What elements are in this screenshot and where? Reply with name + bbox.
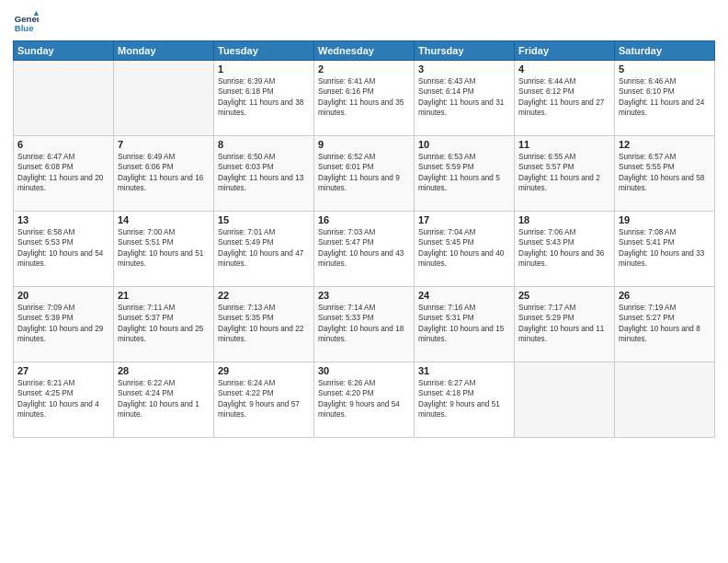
day-info: Sunrise: 6:27 AMSunset: 4:18 PMDaylight:… [418,378,510,420]
day-info: Sunrise: 7:14 AMSunset: 5:33 PMDaylight:… [318,303,410,345]
calendar-cell: 14Sunrise: 7:00 AMSunset: 5:51 PMDayligh… [114,212,214,287]
day-number: 4 [518,63,610,75]
calendar-cell: 9Sunrise: 6:52 AMSunset: 6:01 PMDaylight… [314,136,415,212]
day-info: Sunrise: 6:39 AMSunset: 6:18 PMDaylight:… [218,76,310,119]
day-number: 12 [619,139,711,150]
day-number: 17 [418,214,510,225]
calendar-cell: 11Sunrise: 6:55 AMSunset: 5:57 PMDayligh… [515,136,615,212]
day-number: 22 [218,290,310,301]
day-info: Sunrise: 6:22 AMSunset: 4:24 PMDaylight:… [118,378,210,420]
calendar-cell: 3Sunrise: 6:43 AMSunset: 6:14 PMDaylight… [415,61,515,136]
calendar-weekday-header: Wednesday [314,41,415,61]
day-info: Sunrise: 7:06 AMSunset: 5:43 PMDaylight:… [518,227,610,270]
day-info: Sunrise: 6:44 AMSunset: 6:12 PMDaylight:… [518,76,610,119]
calendar-weekday-header: Friday [515,41,615,61]
day-info: Sunrise: 6:21 AMSunset: 4:25 PMDaylight:… [17,378,109,420]
calendar-cell: 23Sunrise: 7:14 AMSunset: 5:33 PMDayligh… [314,287,415,362]
calendar-week-row: 27Sunrise: 6:21 AMSunset: 4:25 PMDayligh… [14,362,715,438]
calendar-cell: 30Sunrise: 6:26 AMSunset: 4:20 PMDayligh… [314,362,415,438]
day-info: Sunrise: 6:50 AMSunset: 6:03 PMDaylight:… [218,152,310,194]
day-info: Sunrise: 6:58 AMSunset: 5:53 PMDaylight:… [17,227,109,270]
calendar-cell: 7Sunrise: 6:49 AMSunset: 6:06 PMDaylight… [114,136,214,212]
day-number: 25 [518,290,610,301]
day-number: 19 [619,214,711,225]
day-number: 31 [418,365,510,376]
day-info: Sunrise: 6:57 AMSunset: 5:55 PMDaylight:… [619,152,711,194]
day-number: 14 [118,214,210,225]
calendar-cell: 29Sunrise: 6:24 AMSunset: 4:22 PMDayligh… [214,362,314,438]
day-info: Sunrise: 6:53 AMSunset: 5:59 PMDaylight:… [418,152,510,194]
calendar-cell: 5Sunrise: 6:46 AMSunset: 6:10 PMDaylight… [615,61,715,136]
day-info: Sunrise: 6:55 AMSunset: 5:57 PMDaylight:… [518,152,610,194]
calendar-week-row: 13Sunrise: 6:58 AMSunset: 5:53 PMDayligh… [14,212,715,287]
day-number: 13 [17,214,109,225]
calendar-cell [114,61,214,136]
calendar-cell: 8Sunrise: 6:50 AMSunset: 6:03 PMDaylight… [214,136,314,212]
day-info: Sunrise: 6:52 AMSunset: 6:01 PMDaylight:… [318,152,410,194]
day-number: 2 [318,63,410,75]
day-info: Sunrise: 7:08 AMSunset: 5:41 PMDaylight:… [619,227,711,270]
day-number: 8 [218,139,310,150]
calendar-week-row: 20Sunrise: 7:09 AMSunset: 5:39 PMDayligh… [14,287,715,362]
day-info: Sunrise: 7:19 AMSunset: 5:27 PMDaylight:… [619,303,711,345]
calendar-weekday-header: Thursday [415,41,515,61]
svg-text:Blue: Blue [15,23,34,33]
day-info: Sunrise: 7:11 AMSunset: 5:37 PMDaylight:… [118,303,210,345]
day-number: 9 [318,139,410,150]
calendar-cell: 13Sunrise: 6:58 AMSunset: 5:53 PMDayligh… [14,212,114,287]
day-number: 15 [218,214,310,225]
day-number: 23 [318,290,410,301]
day-number: 29 [218,365,310,376]
calendar-cell: 10Sunrise: 6:53 AMSunset: 5:59 PMDayligh… [415,136,515,212]
calendar-cell: 25Sunrise: 7:17 AMSunset: 5:29 PMDayligh… [515,287,615,362]
calendar-weekday-header: Saturday [615,41,715,61]
calendar-weekday-header: Sunday [14,41,114,61]
calendar-cell: 27Sunrise: 6:21 AMSunset: 4:25 PMDayligh… [14,362,114,438]
day-info: Sunrise: 6:43 AMSunset: 6:14 PMDaylight:… [418,76,510,119]
day-number: 27 [17,365,109,376]
day-number: 16 [318,214,410,225]
day-number: 7 [118,139,210,150]
day-number: 10 [418,139,510,150]
calendar-cell: 4Sunrise: 6:44 AMSunset: 6:12 PMDaylight… [515,61,615,136]
day-info: Sunrise: 7:09 AMSunset: 5:39 PMDaylight:… [17,303,109,345]
day-info: Sunrise: 6:49 AMSunset: 6:06 PMDaylight:… [118,152,210,194]
calendar-cell: 19Sunrise: 7:08 AMSunset: 5:41 PMDayligh… [615,212,715,287]
calendar-page: General Blue SundayMondayTuesdayWednesda… [0,0,728,563]
header: General Blue [13,9,715,35]
calendar-cell: 20Sunrise: 7:09 AMSunset: 5:39 PMDayligh… [14,287,114,362]
calendar-cell [615,362,715,438]
day-info: Sunrise: 6:41 AMSunset: 6:16 PMDaylight:… [318,76,410,119]
logo: General Blue [13,9,42,35]
day-number: 21 [118,290,210,301]
day-number: 5 [619,63,711,75]
calendar-cell: 22Sunrise: 7:13 AMSunset: 5:35 PMDayligh… [214,287,314,362]
day-info: Sunrise: 7:03 AMSunset: 5:47 PMDaylight:… [318,227,410,270]
day-info: Sunrise: 7:04 AMSunset: 5:45 PMDaylight:… [418,227,510,270]
calendar-cell: 17Sunrise: 7:04 AMSunset: 5:45 PMDayligh… [415,212,515,287]
calendar-cell: 26Sunrise: 7:19 AMSunset: 5:27 PMDayligh… [615,287,715,362]
calendar-cell: 16Sunrise: 7:03 AMSunset: 5:47 PMDayligh… [314,212,415,287]
day-number: 30 [318,365,410,376]
calendar-cell: 15Sunrise: 7:01 AMSunset: 5:49 PMDayligh… [214,212,314,287]
logo-icon: General Blue [13,9,39,35]
day-number: 3 [418,63,510,75]
calendar-cell: 2Sunrise: 6:41 AMSunset: 6:16 PMDaylight… [314,61,415,136]
day-number: 18 [518,214,610,225]
calendar-header-row: SundayMondayTuesdayWednesdayThursdayFrid… [14,41,715,61]
day-info: Sunrise: 7:16 AMSunset: 5:31 PMDaylight:… [418,303,510,345]
day-info: Sunrise: 6:24 AMSunset: 4:22 PMDaylight:… [218,378,310,420]
day-number: 28 [118,365,210,376]
calendar-cell: 24Sunrise: 7:16 AMSunset: 5:31 PMDayligh… [415,287,515,362]
calendar-table: SundayMondayTuesdayWednesdayThursdayFrid… [13,40,715,438]
day-info: Sunrise: 7:00 AMSunset: 5:51 PMDaylight:… [118,227,210,270]
calendar-cell: 12Sunrise: 6:57 AMSunset: 5:55 PMDayligh… [615,136,715,212]
calendar-cell [515,362,615,438]
calendar-weekday-header: Monday [114,41,214,61]
day-number: 6 [17,139,109,150]
calendar-cell: 1Sunrise: 6:39 AMSunset: 6:18 PMDaylight… [214,61,314,136]
calendar-weekday-header: Tuesday [214,41,314,61]
calendar-cell: 21Sunrise: 7:11 AMSunset: 5:37 PMDayligh… [114,287,214,362]
day-number: 26 [619,290,711,301]
day-number: 1 [218,63,310,75]
